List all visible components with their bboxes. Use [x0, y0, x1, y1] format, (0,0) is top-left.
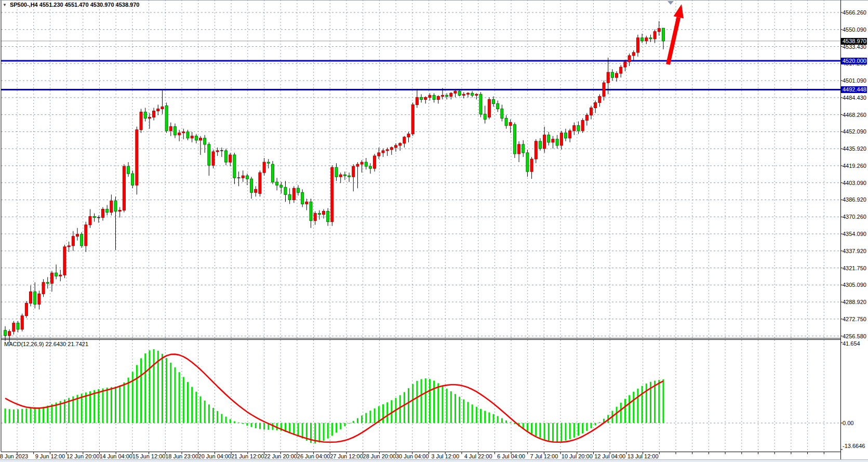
- candle-bull: [475, 94, 478, 95]
- time-axis-label: 12 Jun 20:00: [66, 453, 100, 459]
- macd-histogram-bar: [463, 400, 464, 423]
- macd-histogram-bar: [259, 423, 261, 429]
- macd-max-label: 41.654: [843, 340, 860, 347]
- candle-bear: [611, 72, 613, 77]
- candle-bull: [42, 282, 45, 294]
- macd-histogram-bar: [616, 407, 618, 423]
- candle-bull: [607, 72, 609, 83]
- status-strip: [0, 459, 868, 462]
- macd-histogram-bar: [467, 402, 469, 423]
- macd-histogram-bar: [642, 386, 643, 423]
- candle-bear: [348, 176, 351, 177]
- macd-histogram-bar: [455, 394, 456, 423]
- candle-bull: [403, 137, 406, 143]
- macd-histogram-bar: [179, 372, 180, 423]
- candle-bear: [280, 185, 283, 187]
- candle-bull: [242, 176, 244, 178]
- candle-bull: [378, 153, 380, 156]
- macd-histogram-bar: [480, 409, 482, 423]
- macd-histogram-bar: [446, 389, 448, 423]
- candle-bear: [165, 105, 168, 130]
- macd-histogram-bar: [429, 379, 431, 423]
- candle-bear: [369, 166, 371, 168]
- candle-bull: [169, 127, 172, 131]
- price-axis-label: 4550.090: [843, 27, 866, 33]
- candle-bull: [59, 275, 62, 276]
- candle-bear: [93, 217, 96, 218]
- price-axis-label: 4435.920: [843, 146, 866, 152]
- macd-histogram-bar: [624, 399, 626, 424]
- macd-min-label: -13.6646: [843, 443, 865, 449]
- chart-canvas[interactable]: [0, 0, 868, 462]
- candle-bull: [352, 166, 355, 177]
- candle-bull: [543, 135, 546, 149]
- price-axis-label: 4370.260: [843, 214, 866, 220]
- candle-bull: [450, 93, 452, 96]
- macd-histogram-bar: [174, 367, 176, 423]
- candle-bull: [390, 148, 393, 150]
- candle-bull: [632, 52, 635, 56]
- candle-bear: [662, 28, 664, 41]
- macd-histogram-bar: [421, 379, 422, 423]
- macd-histogram-bar: [357, 418, 358, 423]
- price-axis-label: 4288.920: [843, 299, 866, 305]
- macd-histogram-bar: [450, 391, 452, 423]
- candle-bull: [212, 152, 215, 165]
- macd-histogram-bar: [416, 381, 418, 423]
- candle-bull: [229, 155, 232, 162]
- macd-histogram-bar: [51, 404, 52, 423]
- macd-histogram-bar: [195, 392, 197, 423]
- macd-histogram-bar: [361, 415, 363, 423]
- candle-bull: [598, 96, 601, 102]
- macd-histogram-bar: [599, 423, 600, 423]
- price-axis-label: 4403.090: [843, 180, 866, 186]
- mt4-chart-window: ▼ SP500-,H4 4551.230 4551.470 4530.970 4…: [0, 0, 868, 462]
- macd-histogram-bar: [391, 400, 392, 423]
- candle-bear: [55, 273, 58, 276]
- chart-title: ▼ SP500-,H4 4551.230 4551.470 4530.970 4…: [3, 2, 139, 8]
- candle-bull: [437, 96, 439, 99]
- candle-bear: [649, 38, 652, 39]
- macd-histogram-bar: [472, 404, 473, 423]
- macd-histogram-bar: [43, 407, 44, 423]
- object-anchor-icon[interactable]: [667, 1, 674, 5]
- macd-histogram-bar: [629, 395, 630, 423]
- support-price-tag[interactable]: 4492.448: [841, 86, 867, 93]
- macd-histogram-bar: [34, 407, 36, 423]
- candle-bull: [255, 189, 257, 192]
- macd-histogram-bar: [353, 421, 354, 423]
- macd-histogram-bar: [595, 423, 596, 425]
- candle-bull: [85, 225, 87, 246]
- macd-histogram-bar: [30, 408, 32, 423]
- candle-bear: [484, 114, 486, 120]
- price-axis-label: 4321.750: [843, 265, 866, 271]
- candle-bear: [250, 179, 253, 192]
- trend-arrow-icon[interactable]: [674, 4, 684, 19]
- macd-histogram-bar: [327, 423, 329, 439]
- candle-bear: [522, 144, 525, 153]
- candle-bear: [539, 141, 541, 149]
- macd-histogram-bar: [89, 391, 91, 423]
- macd-histogram-bar: [620, 403, 622, 423]
- candle-bull: [148, 117, 151, 118]
- candle-bull: [323, 212, 325, 215]
- chart-ohlc-title: SP500-,H4 4551.230 4551.470 4530.970 453…: [10, 2, 140, 8]
- time-axis-label: 10 Jul 20:00: [562, 453, 593, 459]
- time-axis-label: 18 Jun 23:00: [165, 453, 198, 459]
- candle-bear: [276, 182, 278, 185]
- price-axis-label: 4501.090: [843, 77, 866, 84]
- macd-histogram-bar: [293, 423, 295, 435]
- time-axis-label: 15 Jun 12:00: [132, 453, 166, 459]
- macd-histogram-bar: [365, 413, 367, 423]
- macd-histogram-bar: [493, 414, 495, 423]
- candle-bull: [38, 294, 41, 304]
- candle-bull: [581, 121, 584, 131]
- macd-histogram-bar: [221, 414, 222, 423]
- resistance-price-tag[interactable]: 4520.000: [841, 58, 867, 64]
- macd-histogram-bar: [591, 423, 592, 428]
- macd-histogram-bar: [565, 423, 566, 441]
- symbol-dropdown-icon[interactable]: ▼: [3, 3, 7, 7]
- macd-histogram-bar: [170, 363, 171, 423]
- macd-histogram-bar: [548, 423, 550, 441]
- candle-bull: [518, 144, 520, 154]
